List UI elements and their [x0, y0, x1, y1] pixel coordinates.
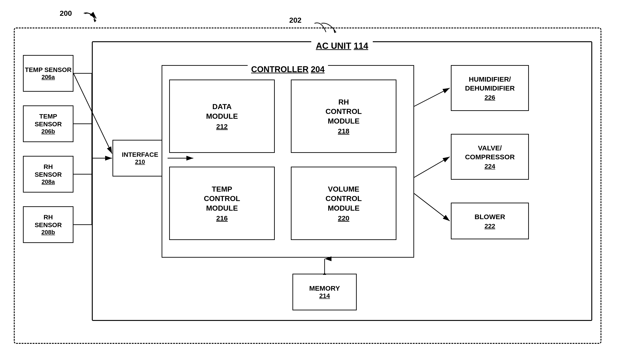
rh-sensor-208a-num: 208a	[42, 178, 55, 185]
ref-202-label: 202	[289, 16, 301, 24]
temp-sensor-206b-num: 206b	[41, 128, 55, 135]
data-module-label: DATAMODULE	[206, 102, 238, 121]
humidifier-label: HUMIDIFIER/DEHUMIDIFIER	[465, 75, 515, 93]
blower-label: BLOWER	[474, 212, 505, 221]
temp-sensor-206b-label: TEMPSENSOR	[35, 113, 62, 128]
rh-sensor-208b-box: RHSENSOR 208b	[23, 206, 73, 243]
rh-control-module-num: 218	[338, 127, 349, 135]
volume-control-module-label: VOLUMECONTROLMODULE	[326, 184, 362, 213]
rh-sensor-208a-box: RHSENSOR 208a	[23, 156, 73, 193]
temp-sensor-206a-box: TEMP SENSOR 206a	[23, 55, 73, 92]
rh-sensor-208b-label: RHSENSOR	[35, 213, 62, 229]
temp-sensor-206a-num: 206a	[42, 74, 55, 81]
ac-unit-box: AC UNIT 114 CONTROLLER 204 DATAMODULE 21…	[92, 41, 592, 321]
svg-line-11	[414, 157, 450, 177]
ac-unit-label: AC UNIT 114	[311, 41, 373, 51]
valve-compressor-num: 224	[485, 163, 495, 170]
memory-num: 214	[319, 292, 330, 300]
ref-200-label: 200	[60, 9, 72, 18]
humidifier-box: HUMIDIFIER/DEHUMIDIFIER 226	[451, 65, 529, 111]
blower-box: BLOWER 222	[451, 203, 529, 239]
volume-control-module-num: 220	[338, 214, 349, 222]
memory-label: MEMORY	[309, 284, 340, 292]
temp-sensor-206b-box: TEMPSENSOR 206b	[23, 105, 73, 142]
blower-num: 222	[485, 222, 495, 230]
rh-control-module-label: RHCONTROLMODULE	[326, 97, 362, 126]
temp-control-module-box: TEMPCONTROLMODULE 216	[169, 167, 275, 240]
rh-control-module-box: RHCONTROLMODULE 218	[291, 80, 397, 153]
valve-compressor-label: VALVE/COMPRESSOR	[465, 143, 515, 161]
temp-control-module-label: TEMPCONTROLMODULE	[204, 184, 240, 213]
data-module-num: 212	[216, 123, 228, 130]
svg-line-12	[414, 193, 450, 221]
controller-label: CONTROLLER 204	[248, 65, 328, 74]
controller-box: CONTROLLER 204 DATAMODULE 212 RHCONTROLM…	[162, 65, 414, 258]
rh-sensor-208a-label: RHSENSOR	[35, 163, 62, 178]
volume-control-module-box: VOLUMECONTROLMODULE 220	[291, 167, 397, 240]
humidifier-num: 226	[485, 94, 495, 101]
data-module-box: DATAMODULE 212	[169, 80, 275, 153]
memory-box: MEMORY 214	[292, 274, 357, 310]
diagram-container: 200 202 TEMP SENSOR 206	[14, 9, 608, 353]
temp-control-module-num: 216	[216, 214, 228, 222]
svg-marker-26	[93, 19, 96, 22]
svg-line-10	[414, 88, 450, 106]
valve-compressor-box: VALVE/COMPRESSOR 224	[451, 134, 529, 180]
temp-sensor-206a-label: TEMP SENSOR	[25, 66, 71, 74]
rh-sensor-208b-num: 208b	[41, 229, 55, 236]
